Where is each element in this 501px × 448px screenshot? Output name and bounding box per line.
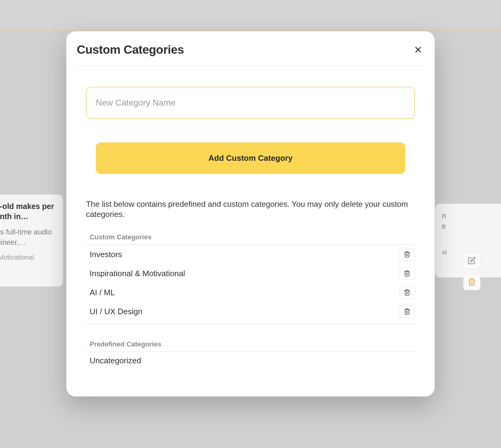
modal-header: Custom Categories (77, 43, 424, 66)
trash-icon (404, 270, 410, 277)
trash-icon (404, 308, 410, 315)
custom-category-row: Investors (86, 245, 415, 264)
category-name: Uncategorized (90, 356, 141, 365)
info-text: The list below contains predefined and c… (86, 199, 415, 219)
custom-category-row: UI / UX Design (86, 302, 415, 321)
custom-categories-section-header: Custom Categories (86, 233, 415, 245)
close-icon (414, 45, 423, 54)
custom-category-row: AI / ML (86, 283, 415, 302)
delete-category-button[interactable] (399, 248, 415, 261)
delete-category-button[interactable] (399, 267, 415, 280)
predefined-categories-section-header: Predefined Categories (86, 340, 415, 352)
predefined-categories-section-title: Predefined Categories (86, 340, 415, 348)
predefined-categories-list: Uncategorized (86, 352, 415, 369)
add-custom-category-button[interactable]: Add Custom Category (96, 142, 405, 174)
trash-icon (404, 251, 410, 258)
modal-title: Custom Categories (77, 43, 184, 56)
trash-icon (404, 289, 410, 296)
delete-category-button[interactable] (399, 305, 415, 318)
category-name: AI / ML (90, 288, 115, 297)
close-button[interactable] (412, 44, 424, 56)
section-divider (86, 324, 415, 324)
custom-categories-section-title: Custom Categories (86, 233, 415, 241)
predefined-category-row: Uncategorized (86, 352, 415, 369)
modal-overlay: Custom Categories Add Custom Category Th… (0, 0, 501, 448)
category-name: Investors (90, 250, 122, 259)
custom-category-row: Inspirational & Motivational (86, 264, 415, 283)
delete-category-button[interactable] (399, 286, 415, 299)
custom-categories-modal: Custom Categories Add Custom Category Th… (66, 31, 435, 396)
category-name: UI / UX Design (90, 307, 142, 316)
category-name: Inspirational & Motivational (90, 269, 185, 278)
custom-categories-list: Investors Inspirational & Motivational A… (86, 245, 415, 321)
modal-body: Add Custom Category The list below conta… (77, 66, 424, 369)
new-category-input[interactable] (86, 87, 415, 119)
